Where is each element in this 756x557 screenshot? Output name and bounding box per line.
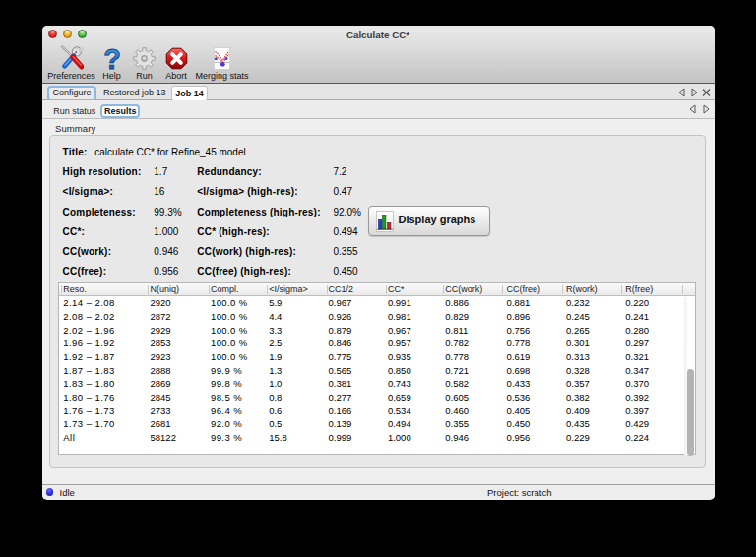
- svg-text:?: ?: [104, 46, 120, 70]
